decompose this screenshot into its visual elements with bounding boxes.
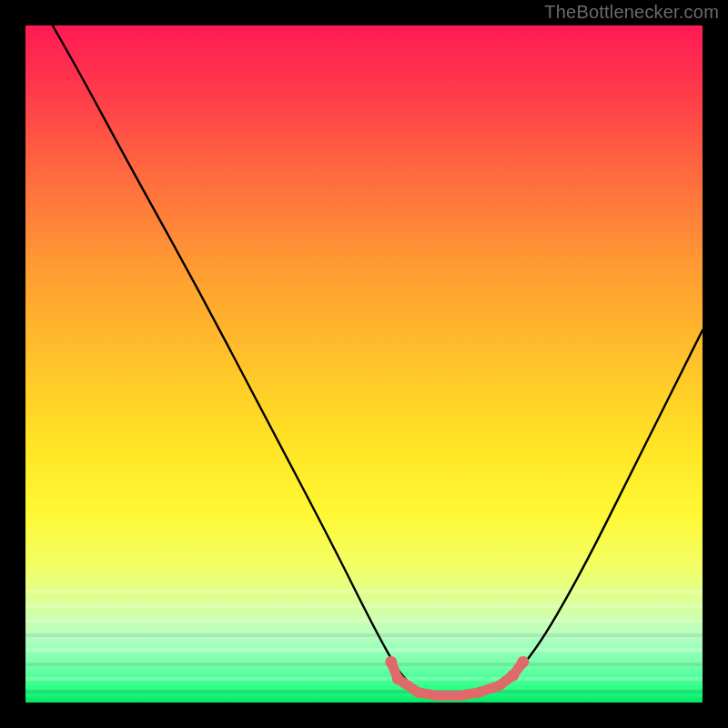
valley-marker [392,673,404,685]
valley-markers [385,656,529,701]
valley-marker [474,687,485,698]
valley-marker [494,681,505,692]
watermark-text: TheBottlenecker.com [544,2,719,23]
chart-stage: TheBottlenecker.com [0,0,728,728]
valley-marker [507,670,519,682]
bottleneck-curve [53,25,703,696]
plot-area [25,25,703,703]
valley-marker [385,656,397,668]
valley-marker [517,656,529,668]
valley-marker [433,691,444,702]
valley-marker [413,687,424,698]
valley-connector [391,662,523,695]
valley-marker [453,691,464,702]
curve-layer [25,25,703,703]
